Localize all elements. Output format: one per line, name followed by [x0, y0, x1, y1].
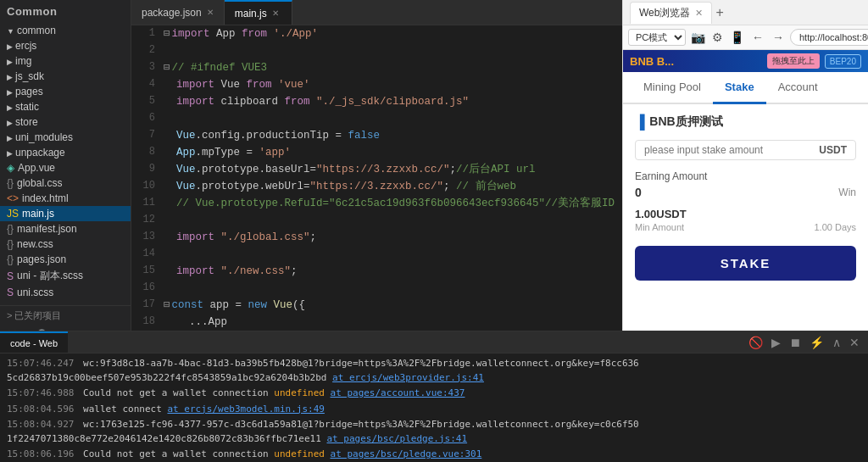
screenshot-icon[interactable]: 📷 — [689, 31, 707, 44]
mode-select[interactable]: PC模式 — [628, 29, 686, 46]
amount-secondary: Min Amount 1.00 Days — [635, 222, 856, 232]
min-amount-label: Min Amount — [635, 222, 684, 232]
tab-mining-pool[interactable]: Mining Pool — [632, 72, 713, 103]
run-button[interactable]: ▶ — [770, 336, 782, 349]
sidebar-item-label: ercjs — [15, 40, 36, 52]
code-content: 1 ⊟import App from './App' 2 3 ⊟// #ifnd… — [131, 25, 622, 331]
code-line: 15 import "./new.css"; — [131, 263, 622, 280]
code-line: 9 Vue.prototype.baseUrl="https://3.zzxxb… — [131, 161, 622, 178]
clear-console-button[interactable]: 🚫 — [747, 336, 765, 349]
tab-main-js[interactable]: main.js ✕ — [225, 0, 292, 25]
sidebar-item-uni-scss[interactable]: S uni.scss — [0, 285, 131, 300]
sidebar-item-label: static — [15, 101, 39, 113]
bep20-badge: BEP20 — [825, 54, 861, 69]
log-link[interactable]: at ercjs/web3model.min.js:49 — [167, 404, 324, 415]
sidebar-item-pages[interactable]: pages — [0, 84, 131, 99]
code-line: 7 Vue.config.productionTip = false — [131, 127, 622, 144]
sidebar-item-label: store — [15, 116, 38, 128]
sidebar-item-label: global.css — [17, 177, 62, 189]
sidebar-item-label: pages — [15, 86, 43, 97]
sidebar-item-uni-modules[interactable]: uni_modules — [0, 130, 131, 145]
console-area: code - Web 🚫 ▶ ⏹ ⚡ ∧ ✕ 15:07:46.247 wc:9… — [0, 331, 868, 462]
sidebar-item-pages-json[interactable]: {} pages.json — [0, 252, 131, 267]
browser-tab[interactable]: Web浏览器 ✕ — [630, 2, 712, 24]
console-tab-code-web[interactable]: code - Web — [0, 331, 68, 353]
sidebar-item-img[interactable]: img — [0, 53, 131, 69]
scss-icon: S — [7, 287, 14, 298]
sidebar-item-label: pages.json — [17, 253, 66, 265]
stop-button[interactable]: ⏹ — [787, 336, 803, 349]
phone-icon[interactable]: 📱 — [728, 31, 746, 44]
sidebar-item-app-vue[interactable]: ◈ App.vue — [0, 160, 131, 175]
code-line: 11 // Vue.prototype.RefuId="6c21c5ac19d9… — [131, 195, 622, 212]
close-icon[interactable]: ✕ — [272, 8, 279, 18]
sidebar-item-js-sdk[interactable]: js_sdk — [0, 69, 131, 84]
code-line: 5 import clipboard from "./_js_sdk/clipb… — [131, 93, 622, 110]
scroll-up-button[interactable]: ∧ — [831, 336, 843, 349]
sidebar-item-global-css[interactable]: {} global.css — [0, 175, 131, 191]
code-line: 18 ...App — [131, 314, 622, 331]
folder-icon — [7, 116, 15, 128]
closed-projects-section: > 已关闭项目 — [0, 305, 131, 326]
address-bar: PC模式 📷 ⚙ 📱 ← → ↺ 🔒 ⚒ — [623, 25, 868, 50]
tab-account[interactable]: Account — [766, 72, 830, 103]
new-tab-button[interactable]: + — [715, 6, 723, 19]
sidebar-item-main-js[interactable]: JS main.js — [0, 206, 131, 221]
sidebar-item-unpackage[interactable]: unpackage — [0, 145, 131, 160]
forward-button[interactable]: → — [770, 31, 787, 44]
log-link[interactable]: at pages/bsc/pledge.js:41 — [327, 433, 468, 444]
min-amount-value: 1.00 Days — [814, 222, 856, 232]
filter-button[interactable]: ⚡ — [808, 336, 826, 349]
folder-icon — [7, 55, 15, 67]
log-link[interactable]: at pages/account.vue:437 — [331, 387, 465, 398]
file-sidebar: Common common ercjs img js_sdk pages sta… — [0, 0, 131, 331]
log-line: 15:07:46.247 wc:9f3d8c18-aa7b-4bac-81d3-… — [7, 357, 861, 385]
sidebar-item-static[interactable]: static — [0, 99, 131, 114]
sidebar-item-manifest-json[interactable]: {} manifest.json — [0, 221, 131, 237]
earning-value: 0 — [635, 186, 642, 199]
sidebar-item-label: unpackage — [15, 147, 65, 159]
stake-button[interactable]: STAKE — [635, 246, 856, 281]
console-tab-bar: code - Web 🚫 ▶ ⏹ ⚡ ∧ ✕ — [0, 331, 868, 353]
folder-icon — [7, 40, 15, 52]
back-button[interactable]: ← — [749, 31, 766, 44]
settings-icon[interactable]: ⚙ — [710, 31, 725, 44]
earning-row: 0 Win — [635, 186, 856, 199]
js-icon: JS — [7, 208, 19, 220]
browser-panel: Web浏览器 ✕ + PC模式 📷 ⚙ 📱 ← → ↺ 🔒 ⚒ BNB B...… — [622, 0, 868, 331]
earning-label: Earning Amount — [635, 170, 856, 182]
log-link[interactable]: at ercjs/web3provider.js:41 — [332, 372, 484, 383]
folder-icon — [7, 101, 15, 113]
code-line: 3 ⊟// #ifndef VUE3 — [131, 59, 622, 76]
folder-icon — [7, 131, 15, 143]
console-output: 15:07:46.247 wc:9f3d8c18-aa7b-4bac-81d3-… — [0, 353, 868, 462]
browser-content: BNB B... 拖拽至此上 BEP20 Mining Pool Stake A… — [623, 50, 868, 331]
tab-package-json[interactable]: package.json ✕ — [131, 0, 225, 25]
folder-icon — [7, 25, 17, 36]
sidebar-item-index-html[interactable]: <> index.html — [0, 191, 131, 206]
win-label: Win — [838, 186, 856, 198]
sidebar-item-new-css[interactable]: {} new.css — [0, 237, 131, 252]
browser-tab-close[interactable]: ✕ — [695, 8, 703, 19]
bnb-banner: BNB B... 拖拽至此上 BEP20 — [623, 50, 868, 72]
tab-stake[interactable]: Stake — [713, 72, 766, 104]
sidebar-item-uni-副本-scss[interactable]: S uni - 副本.scss — [0, 267, 131, 285]
drag-to-here-button[interactable]: 拖拽至此上 — [767, 53, 820, 69]
folder-icon — [7, 70, 15, 82]
sidebar-item-label: App.vue — [18, 162, 55, 174]
stake-amount-input[interactable] — [644, 144, 819, 156]
sidebar-item-store[interactable]: store — [0, 114, 131, 130]
stake-input-row: USDT — [635, 140, 856, 160]
sidebar-item-common[interactable]: common — [0, 23, 131, 38]
log-link[interactable]: at pages/bsc/pledge.vue:301 — [331, 448, 482, 459]
scss-icon: S — [7, 270, 14, 282]
usdt-label: USDT — [819, 144, 847, 156]
close-icon[interactable]: ✕ — [207, 8, 214, 17]
address-input[interactable] — [790, 29, 868, 46]
console-tab-label: code - Web — [10, 338, 58, 348]
scroll-down-button[interactable]: ✕ — [848, 336, 861, 349]
css-icon: {} — [7, 177, 14, 189]
code-line: 4 import Vue from 'vue' — [131, 76, 622, 93]
folder-icon — [7, 86, 15, 97]
sidebar-item-ercjs[interactable]: ercjs — [0, 38, 131, 53]
